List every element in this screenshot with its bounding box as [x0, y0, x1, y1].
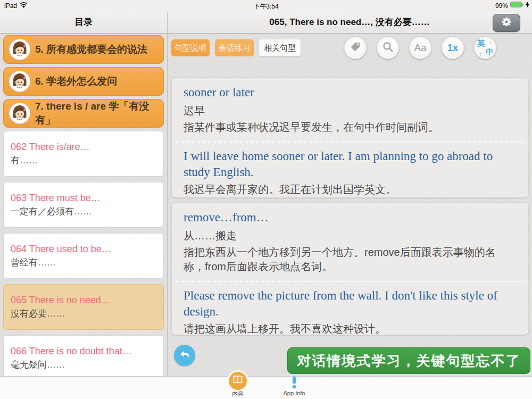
lesson-title-cn: 没有必要……	[11, 307, 156, 320]
pattern-card-remove-from: remove…from… 从……搬走 指把东西从一个地方移到另一个地方。remo…	[171, 202, 529, 335]
settings-button[interactable]	[493, 14, 520, 32]
gear-icon	[501, 16, 512, 30]
status-time: 下午3:54	[0, 2, 532, 11]
sidebar-header-title: 目录	[0, 12, 167, 33]
bottom-toolbar	[0, 376, 532, 399]
lesson-item-063[interactable]: 063 There must be… 一定有／必须有……	[3, 182, 164, 228]
phrase-title: remove…from…	[184, 210, 517, 225]
tag-icon	[349, 40, 362, 55]
open-book-icon	[231, 373, 244, 388]
translate-en-cn-icon: 英 ↓ ↑ 中	[477, 40, 493, 56]
tab-conversation-practice[interactable]: 会话练习	[215, 39, 254, 56]
dashed-divider	[176, 142, 524, 143]
sidebar-chapter-6[interactable]: 6. 学老外怎么发问	[3, 67, 164, 96]
font-size-button[interactable]: Aa	[409, 37, 431, 59]
app-screen: iPad 下午3:54 99% 目录 065, There is no need…	[0, 0, 532, 399]
lesson-title-en: 062 There is/are…	[11, 142, 156, 153]
content-tab-label[interactable]: 内容	[217, 390, 259, 398]
sidebar-content-divider	[167, 12, 168, 376]
promo-banner[interactable]: 对话情境式学习，关键句型忘不了	[287, 347, 530, 374]
status-right: 99%	[495, 2, 529, 10]
lesson-title-en: 066 There is no doubt that…	[11, 346, 156, 357]
playback-speed-button[interactable]: 1x	[442, 37, 464, 59]
example-sentence-cn: 我迟早会离开家的。我正在计划出国学英文。	[184, 182, 517, 197]
search-button[interactable]	[377, 37, 399, 59]
lesson-title-en: 064 There used to be…	[11, 244, 156, 255]
arrow-down-icon: ↓	[489, 39, 492, 45]
tab-pattern-explanation[interactable]: 句型说明	[171, 39, 210, 56]
lesson-title-cn: 有……	[11, 154, 156, 167]
sidebar: 5. 所有感觉都要会的说法 6. 学老外怎么发问 7. there is / a…	[3, 35, 164, 386]
example-sentence-en: Please remove the picture from the wall.…	[184, 288, 517, 320]
back-button[interactable]	[174, 345, 195, 366]
example-sentence-en: I will leave home sooner or later. I am …	[184, 148, 517, 180]
lesson-title-cn: 毫无疑问……	[11, 359, 156, 371]
lesson-title-cn: 一定有／必须有……	[11, 205, 156, 218]
back-arrow-icon	[178, 347, 192, 363]
chapter-label: 6. 学老外怎么发问	[35, 74, 117, 88]
phrase-title: sooner or later	[184, 85, 517, 100]
girl-avatar-icon	[9, 71, 30, 92]
example-sentence-cn: 请把这画从墙上移开。我不喜欢这种设计。	[184, 321, 517, 336]
lesson-title-en: 065 There is no need…	[11, 295, 156, 306]
tab-related-patterns[interactable]: 相关句型	[259, 39, 301, 56]
lesson-item-064[interactable]: 064 There used to be… 曾经有……	[3, 233, 164, 279]
dashed-divider	[176, 281, 524, 282]
phrase-explanation: 指某件事或某种状况迟早要发生，在句中作时间副词。	[184, 120, 517, 135]
app-info-tab-label[interactable]: App Info	[273, 390, 315, 396]
status-bar: iPad 下午3:54 99%	[0, 0, 532, 12]
sidebar-chapter-7[interactable]: 7. there is / are 学「有没有」	[3, 99, 164, 128]
arrow-up-icon: ↑	[479, 51, 482, 57]
phrase-meaning: 从……搬走	[184, 229, 517, 243]
translate-cn-label: 中	[486, 47, 493, 57]
lesson-item-065-selected[interactable]: 065 There is no need… 没有必要……	[3, 284, 164, 330]
lesson-title-cn: 曾经有……	[11, 256, 156, 269]
chapter-label: 5. 所有感觉都要会的说法	[35, 43, 147, 56]
page-title: 065, There is no need…, 没有必要……	[167, 12, 532, 33]
chapter-label: 7. there is / are 学「有没有」	[35, 99, 158, 127]
lesson-title-en: 063 There must be…	[11, 193, 156, 204]
exclamation-icon	[291, 376, 297, 391]
lesson-item-062[interactable]: 062 There is/are… 有……	[3, 131, 164, 177]
lesson-item-066[interactable]: 066 There is no doubt that… 毫无疑问……	[3, 335, 164, 381]
battery-percent: 99%	[495, 2, 508, 10]
font-size-label: Aa	[414, 42, 426, 54]
content-tab-button[interactable]	[227, 370, 248, 392]
tag-button[interactable]	[344, 37, 367, 59]
app-info-tab-button[interactable]	[288, 378, 300, 389]
sidebar-chapter-5[interactable]: 5. 所有感觉都要会的说法	[3, 35, 164, 64]
search-icon	[381, 40, 394, 55]
phrase-explanation: 指把东西从一个地方移到另一个地方。remove后面跟表示事物的名称，from后面…	[184, 245, 517, 274]
translate-en-label: 英	[477, 39, 485, 48]
girl-avatar-icon	[9, 103, 30, 124]
girl-avatar-icon	[9, 39, 30, 60]
charging-bolt-icon	[526, 2, 529, 10]
playback-speed-label: 1x	[447, 43, 458, 54]
phrase-meaning: 迟早	[184, 104, 517, 118]
pattern-card-sooner-or-later: sooner or later 迟早 指某件事或某种状况迟早要发生，在句中作时间…	[171, 77, 529, 198]
battery-icon	[510, 2, 523, 10]
translate-toggle-button[interactable]: 英 ↓ ↑ 中	[474, 37, 496, 59]
nav-bar: 目录 065, There is no need…, 没有必要……	[0, 12, 532, 34]
